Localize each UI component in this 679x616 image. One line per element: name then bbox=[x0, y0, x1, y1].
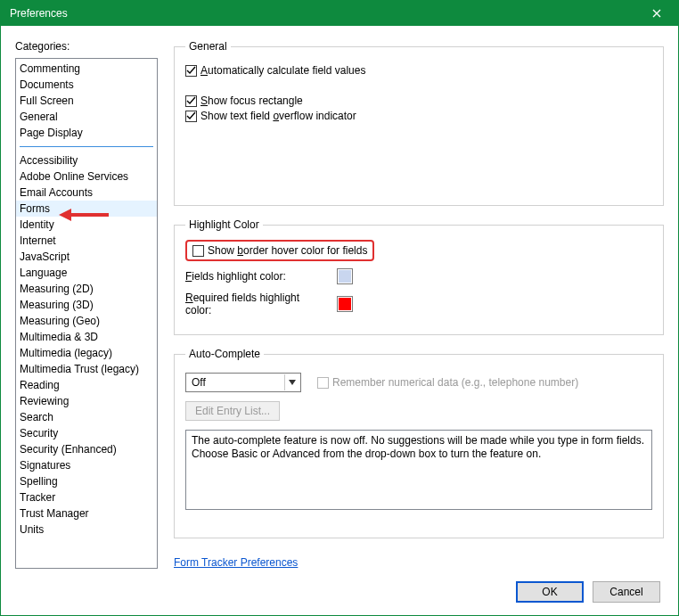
category-item[interactable]: Full Screen bbox=[16, 93, 157, 109]
overflow-label: Show text field overflow indicator bbox=[200, 110, 356, 122]
checkbox-icon bbox=[317, 377, 329, 389]
auto-complete-dropdown[interactable]: Off bbox=[185, 373, 301, 392]
required-highlight-swatch[interactable] bbox=[337, 296, 353, 312]
category-item[interactable]: Page Display bbox=[16, 125, 157, 141]
chevron-down-icon bbox=[284, 374, 299, 390]
fields-highlight-swatch[interactable] bbox=[337, 268, 353, 284]
category-item[interactable]: Internet bbox=[16, 233, 157, 249]
auto-calc-checkbox[interactable]: Automatically calculate field values bbox=[185, 64, 652, 77]
dialog-body: Categories: CommentingDocumentsFull Scre… bbox=[1, 26, 678, 615]
categories-list[interactable]: CommentingDocumentsFull ScreenGeneralPag… bbox=[15, 58, 158, 569]
category-item[interactable]: Language bbox=[16, 265, 157, 281]
close-button[interactable] bbox=[642, 1, 671, 26]
category-item[interactable]: Measuring (Geo) bbox=[16, 313, 157, 329]
category-item[interactable]: Reviewing bbox=[16, 393, 157, 409]
auto-complete-group: Auto-Complete Off Remember numerical dat… bbox=[174, 348, 664, 538]
category-item[interactable]: Search bbox=[16, 409, 157, 425]
window-title: Preferences bbox=[10, 7, 68, 20]
categories-panel: Categories: CommentingDocumentsFull Scre… bbox=[15, 40, 158, 569]
category-item[interactable]: Security bbox=[16, 425, 157, 441]
remember-numerical-checkbox: Remember numerical data (e.g., telephone… bbox=[317, 376, 578, 389]
auto-complete-description: The auto-complete feature is now off. No… bbox=[185, 430, 652, 510]
remember-label: Remember numerical data (e.g., telephone… bbox=[332, 376, 578, 389]
category-item[interactable]: Multimedia & 3D bbox=[16, 329, 157, 345]
focus-rect-label: Show focus rectangle bbox=[200, 94, 303, 107]
close-icon bbox=[652, 9, 661, 18]
dialog-buttons: OK Cancel bbox=[15, 569, 664, 606]
category-item[interactable]: Email Accounts bbox=[16, 185, 157, 201]
category-item[interactable]: Measuring (2D) bbox=[16, 281, 157, 297]
category-item[interactable]: Multimedia (legacy) bbox=[16, 345, 157, 361]
highlight-color-group: Highlight Color Show border hover color … bbox=[174, 218, 664, 335]
category-item[interactable]: Spelling bbox=[16, 473, 157, 489]
fields-highlight-label: Fields highlight color: bbox=[185, 270, 328, 283]
checkbox-icon bbox=[192, 245, 204, 257]
edit-entry-list-button: Edit Entry List... bbox=[185, 401, 280, 421]
ok-button[interactable]: OK bbox=[516, 581, 584, 603]
show-border-hover-checkbox[interactable]: Show border hover color for fields bbox=[185, 240, 374, 261]
checkbox-icon bbox=[185, 65, 197, 77]
form-tracker-link[interactable]: Form Tracker Preferences bbox=[174, 556, 664, 569]
auto-calc-label: Automatically calculate field values bbox=[200, 64, 365, 77]
general-legend: General bbox=[185, 40, 231, 53]
category-item[interactable]: JavaScript bbox=[16, 249, 157, 265]
category-item[interactable]: Security (Enhanced) bbox=[16, 441, 157, 457]
category-item[interactable]: Forms bbox=[16, 201, 157, 217]
cancel-button[interactable]: Cancel bbox=[593, 581, 660, 603]
overflow-checkbox[interactable]: Show text field overflow indicator bbox=[185, 110, 652, 122]
general-group: General Automatically calculate field va… bbox=[174, 40, 664, 206]
category-item[interactable]: Signatures bbox=[16, 457, 157, 473]
category-item[interactable]: Units bbox=[16, 522, 157, 538]
checkbox-icon bbox=[185, 111, 197, 122]
category-item[interactable]: Tracker bbox=[16, 489, 157, 505]
category-item[interactable]: Adobe Online Services bbox=[16, 168, 157, 185]
checkbox-icon bbox=[185, 95, 197, 107]
titlebar: Preferences bbox=[1, 1, 678, 26]
category-item[interactable]: General bbox=[16, 109, 157, 125]
category-item[interactable]: Measuring (3D) bbox=[16, 297, 157, 313]
categories-label: Categories: bbox=[15, 40, 158, 53]
category-item[interactable]: Trust Manager bbox=[16, 505, 157, 522]
auto-complete-legend: Auto-Complete bbox=[185, 348, 264, 360]
required-highlight-label: Required fields highlight color: bbox=[185, 292, 328, 316]
highlight-legend: Highlight Color bbox=[185, 218, 263, 231]
category-item[interactable]: Accessibility bbox=[16, 152, 157, 168]
settings-panel: General Automatically calculate field va… bbox=[174, 40, 664, 569]
show-border-label: Show border hover color for fields bbox=[208, 244, 367, 257]
category-item[interactable]: Documents bbox=[16, 77, 157, 93]
category-item[interactable]: Commenting bbox=[16, 61, 157, 77]
category-divider bbox=[20, 146, 153, 147]
preferences-dialog: Preferences Categories: CommentingDocume… bbox=[0, 0, 679, 616]
category-item[interactable]: Reading bbox=[16, 377, 157, 393]
category-item[interactable]: Identity bbox=[16, 217, 157, 233]
category-item[interactable]: Multimedia Trust (legacy) bbox=[16, 361, 157, 377]
auto-complete-value: Off bbox=[192, 376, 206, 389]
focus-rect-checkbox[interactable]: Show focus rectangle bbox=[185, 94, 652, 107]
